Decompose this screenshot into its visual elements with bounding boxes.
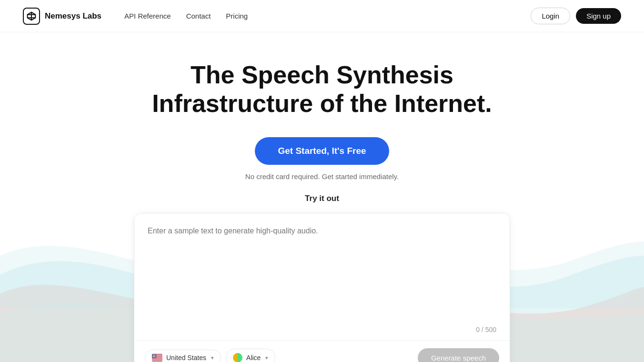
hero-subtitle: No credit card required. Get started imm… xyxy=(11,172,633,181)
sample-text-input[interactable] xyxy=(134,213,510,318)
svg-point-24 xyxy=(155,356,156,356)
svg-point-32 xyxy=(154,357,155,357)
svg-point-25 xyxy=(153,356,153,357)
try-label: Try it out xyxy=(0,194,644,203)
voice-selector[interactable]: Alice ▾ xyxy=(226,349,275,362)
try-card: 0 / 500 xyxy=(134,213,510,362)
svg-point-11 xyxy=(152,354,153,355)
hero-title: The Speech Synthesis Infrastructure of t… xyxy=(108,61,536,118)
svg-point-31 xyxy=(154,357,154,357)
svg-point-14 xyxy=(154,354,155,355)
svg-rect-8 xyxy=(152,359,162,360)
svg-point-21 xyxy=(153,356,153,356)
svg-point-19 xyxy=(155,355,155,355)
hero-cta-wrapper: Get Started, It's Free xyxy=(11,137,633,172)
nav-right: Login Sign up xyxy=(531,8,621,24)
svg-point-28 xyxy=(155,356,155,357)
svg-point-20 xyxy=(152,356,153,356)
us-flag-icon xyxy=(152,354,162,362)
login-button[interactable]: Login xyxy=(531,8,570,24)
hero-section: The Speech Synthesis Infrastructure of t… xyxy=(0,32,644,181)
generate-speech-button[interactable]: Generate speech xyxy=(418,348,499,362)
voice-label: Alice xyxy=(246,354,261,362)
svg-point-30 xyxy=(153,357,153,357)
country-chevron-icon: ▾ xyxy=(211,355,214,361)
voice-avatar-icon xyxy=(233,353,242,362)
svg-point-22 xyxy=(154,356,154,356)
char-counter: 0 / 500 xyxy=(134,320,510,341)
svg-point-23 xyxy=(154,356,155,356)
svg-point-33 xyxy=(155,357,156,357)
nav-links: API Reference Contact Pricing xyxy=(124,12,248,20)
nav-left: Nemesys Labs API Reference Contact Prici… xyxy=(23,8,248,25)
navbar: Nemesys Labs API Reference Contact Prici… xyxy=(0,0,644,32)
svg-point-12 xyxy=(153,354,153,355)
voice-chevron-icon: ▾ xyxy=(265,355,268,361)
svg-point-15 xyxy=(155,354,156,355)
svg-rect-9 xyxy=(152,361,162,361)
try-section: Try it out 0 / 500 xyxy=(0,189,644,362)
logo-svg xyxy=(27,11,36,21)
country-selector[interactable]: United States ▾ xyxy=(145,350,221,362)
signup-button[interactable]: Sign up xyxy=(576,8,621,24)
logo-text: Nemesys Labs xyxy=(45,11,101,21)
cta-button[interactable]: Get Started, It's Free xyxy=(255,137,389,165)
country-label: United States xyxy=(166,354,206,362)
nav-link-contact[interactable]: Contact xyxy=(186,12,211,20)
try-bottom-bar: United States ▾ Alice ▾ Generate speech xyxy=(134,341,510,362)
svg-point-16 xyxy=(153,355,153,355)
nav-link-pricing[interactable]: Pricing xyxy=(226,12,248,20)
logo-icon xyxy=(23,8,40,25)
logo[interactable]: Nemesys Labs xyxy=(23,8,101,25)
svg-point-29 xyxy=(152,357,153,357)
svg-point-27 xyxy=(154,356,155,357)
try-controls: United States ▾ Alice ▾ xyxy=(145,349,275,362)
svg-point-18 xyxy=(154,355,155,355)
svg-rect-7 xyxy=(152,358,162,359)
wave-section: Try it out 0 / 500 xyxy=(0,189,644,362)
nav-link-api-reference[interactable]: API Reference xyxy=(124,12,171,20)
svg-point-26 xyxy=(153,356,154,357)
svg-point-13 xyxy=(154,354,154,355)
svg-point-17 xyxy=(153,355,154,355)
